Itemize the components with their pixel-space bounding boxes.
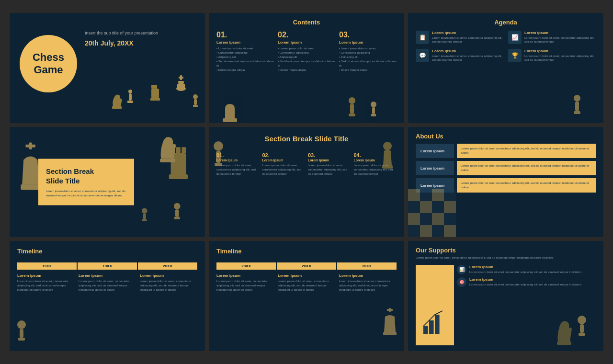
svg-rect-56 (420, 213, 432, 225)
svg-rect-59 (408, 225, 420, 237)
svg-rect-52 (420, 201, 432, 213)
timeline-2-title: Timeline (216, 248, 397, 255)
svg-rect-16 (112, 106, 122, 109)
svg-rect-38 (174, 217, 180, 219)
about-content-3: Lorem ipsum dolor sit amet consectetur a… (457, 178, 596, 193)
svg-rect-64 (20, 329, 23, 338)
content-num-3: 03. (339, 31, 397, 39)
svg-point-72 (578, 316, 586, 324)
four-col-body-2: Lorem ipsum dolor sit amet, consectetur … (262, 163, 306, 176)
about-row-2: Lorem ipsum Lorem ipsum dolor sit amet c… (416, 161, 596, 175)
agenda-icon-2: 📈 (508, 31, 522, 44)
svg-rect-57 (432, 213, 444, 225)
svg-rect-46 (382, 165, 393, 169)
svg-rect-48 (420, 189, 432, 201)
timeline-year-2a: 20XX (216, 262, 276, 270)
slide7-deco (10, 318, 48, 351)
svg-rect-22 (372, 107, 375, 114)
agenda-title-4: Lorem ipsum (524, 49, 596, 53)
timeline-col-title-1c: Lorem ipsum (140, 273, 197, 278)
svg-rect-53 (432, 201, 444, 213)
svg-rect-40 (143, 214, 146, 219)
svg-rect-43 (216, 151, 221, 163)
svg-rect-19 (350, 104, 354, 114)
timeline-col-2a: Lorem ipsum Lorem ipsum dolor sit amet, … (216, 273, 274, 292)
chess-game-title: Chess Game (33, 51, 64, 77)
svg-rect-73 (580, 324, 584, 333)
four-col-label-2: Lorem ipsum (262, 159, 306, 162)
four-col-label-3: Lorem ipsum (308, 159, 351, 162)
slide-contents: Contents 01. Lorem ipsum • Lorem ipsum d… (209, 13, 404, 123)
section-break-title: Section BreakSlide Title (46, 167, 126, 185)
slide8-deco (356, 303, 404, 351)
slide5-deco-left (209, 127, 238, 237)
timeline-col-body-2b: Lorem ipsum dolor sit amet, consectetur … (278, 279, 335, 292)
slide-title: Chess Game Insert the sub title of your … (10, 13, 205, 123)
slide-supports: Our Supports Lorem ipsum dolor sit amet,… (408, 241, 603, 351)
content-text-3: • Lorem ipsum dolor sit amet• Consectetu… (339, 46, 397, 72)
svg-rect-34 (169, 174, 188, 179)
supports-item-icon-1: 📊 (457, 265, 466, 274)
subtitle-area: Insert the sub title of your presentatio… (85, 21, 158, 47)
svg-rect-51 (408, 201, 420, 213)
agenda-item-4: 🏆 Lorem ipsum Lorem ipsum dolor sit amet… (508, 49, 596, 62)
svg-rect-14 (194, 99, 197, 105)
svg-rect-11 (129, 93, 132, 101)
content-col-2: 02. Lorem ipsum • Lorem ipsum dolor sit … (278, 31, 335, 72)
agenda-icon-3: 💬 (416, 49, 429, 62)
supports-item-1: 📊 Lorem ipsum Lorem ipsum dolor sit amet… (457, 265, 596, 274)
timeline-year-1c: 20XX (138, 262, 197, 270)
four-col-2: 02. Lorem ipsum Lorem ipsum dolor sit am… (262, 152, 306, 176)
svg-rect-20 (349, 114, 355, 116)
timeline-2-cols: Lorem ipsum Lorem ipsum dolor sit amet, … (216, 273, 397, 292)
slide-about-us: About Us Lorem ipsum Lorem ipsum dolor s… (408, 127, 603, 237)
agenda-body-2: Lorem ipsum dolor sit amet, consectetur … (524, 36, 596, 44)
content-text-2: • Lorem ipsum dolor sit amet• Consectetu… (278, 46, 335, 72)
svg-rect-4 (177, 84, 185, 89)
supports-item-body-1: Lorem ipsum dolor sit amet consectetur a… (469, 270, 581, 274)
svg-rect-71 (435, 315, 440, 334)
timeline-col-title-2c: Lorem ipsum (339, 273, 397, 278)
slide-agenda: Agenda 📋 Lorem ipsum Lorem ipsum dolor s… (408, 13, 603, 123)
about-title: About Us (416, 133, 596, 140)
timeline-col-body-2c: Lorem ipsum dolor sit amet, consectetur … (339, 279, 397, 292)
agenda-title-2: Lorem ipsum (524, 31, 596, 35)
svg-rect-37 (175, 209, 179, 217)
svg-point-45 (383, 142, 392, 150)
svg-point-18 (349, 97, 355, 104)
svg-rect-28 (26, 145, 35, 148)
svg-rect-26 (574, 111, 580, 114)
section-main-title: Section Break Slide Title (216, 135, 397, 143)
supports-left-panel (416, 265, 454, 345)
svg-rect-31 (176, 147, 181, 153)
title-circle: Chess Game (20, 35, 77, 92)
supports-intro: Lorem ipsum dolor sit amet, consectetur … (416, 256, 596, 260)
agenda-body-1: Lorem ipsum dolor sit amet, consectetur … (432, 36, 503, 44)
agenda-text-3: Lorem ipsum Lorem ipsum dolor sit amet, … (432, 49, 503, 62)
agenda-items: 📋 Lorem ipsum Lorem ipsum dolor sit amet… (416, 31, 596, 62)
svg-point-36 (174, 203, 181, 210)
slide2-chess-deco (209, 94, 404, 123)
timeline-year-1a: 19XX (17, 262, 77, 270)
svg-rect-55 (408, 213, 420, 225)
about-row-1: Lorem ipsum Lorem ipsum dolor sit amet c… (416, 144, 596, 158)
svg-point-13 (193, 94, 198, 99)
supports-item-label-2: Lorem ipsum (469, 277, 581, 282)
svg-point-39 (142, 208, 148, 214)
svg-rect-75 (557, 341, 571, 345)
timeline-1-bar: 19XX 19XX 20XX (17, 262, 197, 270)
slide3-deco (541, 94, 599, 123)
svg-rect-44 (215, 163, 222, 166)
content-col-1: 01. Lorem ipsum • Lorem ipsum dolor sit … (216, 31, 274, 72)
svg-point-24 (574, 95, 580, 102)
svg-point-21 (371, 102, 376, 107)
supports-item-text-2: Lorem ipsum Lorem ipsum dolor sit amet c… (469, 277, 581, 287)
timeline-2-bar: 20XX 20XX 20XX (216, 262, 397, 270)
svg-point-10 (128, 90, 132, 93)
svg-rect-29 (21, 184, 40, 190)
svg-point-63 (17, 320, 26, 329)
supports-chart-icon (420, 303, 450, 341)
svg-rect-5 (153, 85, 155, 89)
svg-rect-12 (127, 101, 133, 103)
svg-rect-58 (444, 213, 456, 225)
